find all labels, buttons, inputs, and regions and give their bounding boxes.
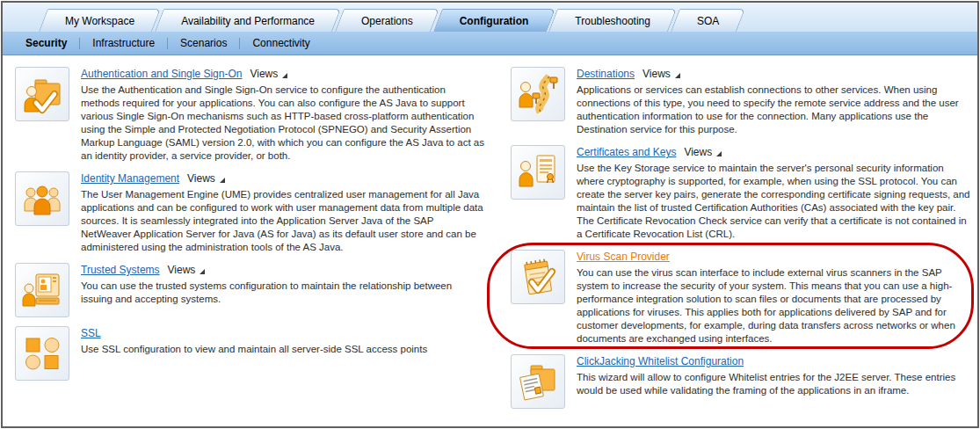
authentication-sso-link[interactable]: Authentication and Single Sign-On [81, 68, 242, 80]
destinations-link[interactable]: Destinations [577, 68, 635, 80]
destinations-description: Applications or services can establish c… [577, 84, 972, 136]
views-label: Views [684, 146, 712, 158]
tab-my-workspace[interactable]: My Workspace [43, 9, 156, 32]
views-label: Views [642, 68, 671, 80]
tab-label: SOA [697, 15, 719, 27]
views-dropdown[interactable]: Views [684, 146, 722, 158]
subnav-bar: Security Infrastructure Scenarios Connec… [3, 32, 977, 55]
virus-scan-provider-description: You can use the virus scan interface to … [577, 266, 972, 345]
certificates-and-keys-icon [511, 145, 565, 200]
right-column: DestinationsViews Applications or servic… [484, 67, 972, 426]
ssl-description: Use SSL configuration to view and mainta… [81, 343, 427, 356]
tab-label: Configuration [460, 15, 529, 27]
tab-label: Operations [361, 15, 413, 27]
certificates-and-keys-description: Use the Key Storage service to maintain … [577, 162, 972, 241]
subnav-item-infrastructure[interactable]: Infrastructure [80, 37, 167, 49]
views-dropdown[interactable]: Views [642, 68, 680, 80]
trusted-systems-icon [15, 263, 69, 317]
trusted-systems-link[interactable]: Trusted Systems [81, 264, 160, 276]
identity-management-link[interactable]: Identity Management [81, 172, 179, 185]
views-dropdown[interactable]: Views [168, 264, 206, 276]
trusted-systems-description: You can use the trusted systems configur… [81, 280, 484, 306]
tab-configuration[interactable]: Configuration [438, 9, 551, 32]
item-clickjacking-whitelist: ClickJacking Whitelist Configuration Thi… [511, 354, 972, 409]
app-window: My Workspace Availability and Performanc… [1, 1, 979, 428]
tab-availability-and-performance[interactable]: Availability and Performance [159, 9, 337, 32]
top-tabstrip: My Workspace Availability and Performanc… [3, 3, 977, 32]
tab-operations[interactable]: Operations [339, 9, 435, 32]
identity-management-icon [15, 171, 69, 226]
ssl-link[interactable]: SSL [81, 327, 101, 339]
tab-troubleshooting[interactable]: Troubleshooting [553, 9, 672, 32]
tab-label: Availability and Performance [181, 15, 315, 27]
views-label: Views [168, 264, 196, 276]
dropdown-arrow-icon [675, 73, 680, 78]
dropdown-arrow-icon [200, 269, 205, 274]
clickjacking-whitelist-link[interactable]: ClickJacking Whitelist Configuration [577, 355, 744, 367]
subnav-item-scenarios[interactable]: Scenarios [168, 37, 239, 49]
tab-label: My Workspace [65, 15, 134, 27]
authentication-sso-icon [15, 67, 69, 121]
dropdown-arrow-icon [716, 151, 722, 156]
item-identity-management: Identity ManagementViews The User Manage… [15, 171, 484, 254]
certificates-and-keys-link[interactable]: Certificates and Keys [577, 146, 676, 158]
clickjacking-whitelist-icon [511, 354, 565, 409]
item-certificates-and-keys: Certificates and KeysViews Use the Key S… [511, 145, 972, 241]
left-column: Authentication and Single Sign-OnViews U… [15, 67, 484, 426]
views-label: Views [250, 68, 278, 80]
tab-soa[interactable]: SOA [675, 9, 741, 32]
destinations-icon [511, 67, 565, 121]
identity-management-description: The User Management Engine (UME) provide… [81, 188, 484, 254]
item-destinations: DestinationsViews Applications or servic… [511, 67, 972, 136]
views-dropdown[interactable]: Views [250, 68, 287, 80]
item-authentication-sso: Authentication and Single Sign-OnViews U… [15, 67, 484, 163]
item-virus-scan-provider: Virus Scan Provider You can use the viru… [511, 250, 972, 345]
authentication-sso-description: Use the Authentication and Single Sign-O… [81, 84, 484, 163]
ssl-icon [15, 326, 69, 381]
item-trusted-systems: Trusted SystemsViews You can use the tru… [15, 263, 484, 317]
views-dropdown[interactable]: Views [187, 172, 225, 185]
clickjacking-whitelist-description: This wizard will allow to configure Whit… [577, 371, 972, 397]
dropdown-arrow-icon [282, 73, 287, 78]
subnav-item-connectivity[interactable]: Connectivity [240, 37, 322, 49]
tab-label: Troubleshooting [575, 15, 650, 27]
views-label: Views [187, 172, 215, 185]
item-ssl: SSL Use SSL configuration to view and ma… [15, 326, 484, 381]
security-overview-content: Authentication and Single Sign-OnViews U… [3, 55, 977, 426]
dropdown-arrow-icon [220, 178, 225, 183]
virus-scan-provider-icon [511, 250, 565, 304]
virus-scan-provider-link[interactable]: Virus Scan Provider [577, 251, 670, 263]
subnav-item-security[interactable]: Security [13, 37, 79, 49]
